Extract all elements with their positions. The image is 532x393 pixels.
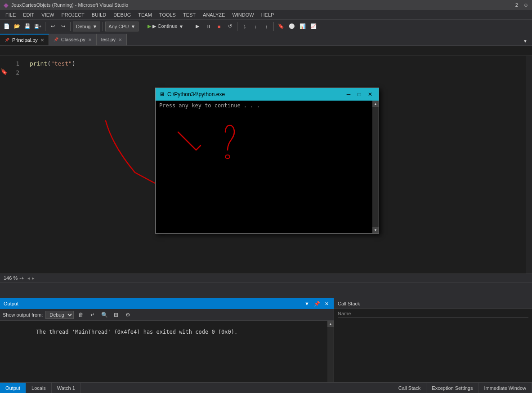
breadcrumb-bar <box>0 46 532 56</box>
tab-classes-py[interactable]: 📌 Classes.py ✕ <box>49 34 97 45</box>
console-scrollbar[interactable]: ▲ ▼ <box>372 101 379 233</box>
stop-btn[interactable]: ■ <box>214 22 224 31</box>
console-maximize-btn[interactable]: □ <box>354 90 364 98</box>
menu-project[interactable]: PROJECT <box>58 11 88 18</box>
console-minimize-btn[interactable]: ─ <box>344 90 353 98</box>
callstack-name-header: Name <box>338 310 528 318</box>
tab-classes-label: Classes.py <box>61 37 85 42</box>
continue-label: ▶ Continue <box>152 23 177 29</box>
bottom-tab-output[interactable]: Output <box>0 383 26 393</box>
toolbar: 📄 📂 💾 💾+ ↩ ↪ Debug ▼ Any CPU ▼ ▶ ▶ Conti… <box>0 20 532 33</box>
menu-team[interactable]: TEAM <box>134 11 156 18</box>
toolbar-open[interactable]: 📂 <box>12 22 22 31</box>
tab-principal-label: Principal.py <box>12 37 38 43</box>
tabs-dropdown-btn[interactable]: ▼ <box>521 36 529 45</box>
tab-test-label: test.py <box>101 37 116 42</box>
menu-tools[interactable]: TOOLS <box>156 11 179 18</box>
debug-dropdown-arrow: ▼ <box>92 24 97 29</box>
toolbar-save[interactable]: 💾 <box>22 22 32 31</box>
editor-scrollbar[interactable] <box>526 56 532 274</box>
output-dropdown-btn[interactable]: ▼ <box>303 300 311 307</box>
callstack-title: Call Stack <box>338 301 360 306</box>
notification-count: 2 <box>515 2 518 8</box>
title-text: JeuxCartesObjets (Running) - Microsoft V… <box>11 2 128 8</box>
breakpoints-btn[interactable]: ⚪ <box>287 22 297 31</box>
continue-play-icon: ▶ <box>148 23 151 29</box>
bookmark-btn[interactable]: 🔖 <box>276 22 286 31</box>
step-over-btn[interactable]: ⤵ <box>240 22 250 31</box>
menu-debug[interactable]: DEBUG <box>110 11 134 18</box>
title-bar: ◆ JeuxCartesObjets (Running) - Microsoft… <box>0 0 532 10</box>
tab-classes-close[interactable]: ✕ <box>88 37 92 42</box>
debug-config-dropdown[interactable]: Debug ▼ <box>73 22 100 31</box>
bottom-tab-exception[interactable]: Exception Settings <box>426 383 478 393</box>
classes-pin-icon: 📌 <box>54 37 58 42</box>
console-titlebar: 🖥 C:\Python34\python.exe ─ □ ✕ <box>156 88 379 101</box>
menu-help[interactable]: HELP <box>258 11 278 18</box>
bottom-tab-immediate[interactable]: Immediate Window <box>478 383 532 393</box>
tab-test-close[interactable]: ✕ <box>118 37 122 42</box>
menu-file[interactable]: FILE <box>2 11 19 18</box>
output-source-select[interactable]: Debug <box>45 311 74 319</box>
tab-principal-close[interactable]: ✕ <box>40 38 44 43</box>
output-filter-btn[interactable]: ⊞ <box>112 310 121 319</box>
bottom-tab-locals[interactable]: Locals <box>26 383 52 393</box>
output-find-btn[interactable]: 🔍 <box>100 310 109 319</box>
console-scroll-down[interactable]: ▼ <box>372 227 379 233</box>
tab-principal-py[interactable]: 📌 Principal.py ✕ <box>0 34 49 45</box>
toolbar-redo[interactable]: ↪ <box>58 22 68 31</box>
toolbar-undo[interactable]: ↩ <box>48 22 58 31</box>
output-panel-controls: ▼ 📌 ✕ <box>303 300 330 307</box>
menu-view[interactable]: VIEW <box>38 11 58 18</box>
toolbar-saveall[interactable]: 💾+ <box>33 22 43 31</box>
console-close-btn[interactable]: ✕ <box>365 90 375 98</box>
output-clear-btn[interactable]: 🗑 <box>76 310 85 319</box>
pause-btn[interactable]: ⏸ <box>203 22 213 31</box>
console-window: 🖥 C:\Python34\python.exe ─ □ ✕ Press any… <box>155 88 379 234</box>
output-settings-btn[interactable]: ⚙ <box>123 310 132 319</box>
bookmark-gutter: 🔖 <box>0 56 6 274</box>
step-out-btn[interactable]: ↑ <box>261 22 271 31</box>
callstack-header: Call Stack <box>334 298 532 309</box>
show-output-label: Show output from: <box>3 312 43 318</box>
continue-arrow-icon: ▼ <box>179 24 184 29</box>
output-panel: Output ▼ 📌 ✕ Show output from: Debug 🗑 ↵… <box>0 298 334 393</box>
console-text[interactable]: Press any key to continue . . . <box>156 101 372 233</box>
zoom-inc-btn[interactable]: + <box>21 275 24 281</box>
menu-analyze[interactable]: ANALYZE <box>199 11 228 18</box>
output-scroll-thumb[interactable] <box>327 327 334 387</box>
tab-test-py[interactable]: test.py ✕ <box>97 34 127 45</box>
output-pin-btn[interactable]: 📌 <box>313 300 322 307</box>
output-close-btn[interactable]: ✕ <box>323 300 330 307</box>
callstack-content: Name <box>334 309 532 393</box>
console-scroll-thumb[interactable] <box>372 107 379 227</box>
output-word-wrap-btn[interactable]: ↵ <box>88 310 97 319</box>
output-header: Output ▼ 📌 ✕ <box>0 298 334 309</box>
bottom-panel: Output ▼ 📌 ✕ Show output from: Debug 🗑 ↵… <box>0 298 532 393</box>
menu-test[interactable]: TEST <box>179 11 199 18</box>
output-scroll-up[interactable]: ▲ <box>327 321 334 327</box>
code-line-1: print("test") <box>30 59 520 68</box>
cpu-dropdown-arrow: ▼ <box>131 24 136 29</box>
perf2-btn[interactable]: 📈 <box>308 22 318 31</box>
console-body: Press any key to continue . . . ▲ ▼ <box>156 101 379 233</box>
zoom-level: 146 % <box>4 275 18 281</box>
tabs-row: 📌 Principal.py ✕ 📌 Classes.py ✕ test.py … <box>0 33 532 46</box>
start-debug-btn[interactable]: ▶ <box>192 22 202 31</box>
toolbar-new[interactable]: 📄 <box>2 22 12 31</box>
menu-edit[interactable]: EDIT <box>19 11 38 18</box>
bottom-tab-callstack[interactable]: Call Stack <box>393 383 427 393</box>
menu-bar: FILE EDIT VIEW PROJECT BUILD DEBUG TEAM … <box>0 10 532 20</box>
vs-logo-icon: ◆ <box>4 1 9 9</box>
bottom-tab-watch1[interactable]: Watch 1 <box>52 383 81 393</box>
performance-btn[interactable]: 📊 <box>298 22 308 31</box>
zoom-bar: 146 % - + ◂ ▸ <box>0 274 532 283</box>
console-scroll-up[interactable]: ▲ <box>372 101 379 107</box>
menu-build[interactable]: BUILD <box>88 11 110 18</box>
cpu-dropdown[interactable]: Any CPU ▼ <box>105 22 139 31</box>
menu-window[interactable]: WINDOW <box>228 11 257 18</box>
step-into-btn[interactable]: ↓ <box>250 22 260 31</box>
continue-button[interactable]: ▶ ▶ Continue ▼ <box>143 22 188 31</box>
bottom-tabs: Output Locals Watch 1 Call Stack Excepti… <box>0 382 532 393</box>
restart-btn[interactable]: ↺ <box>225 22 235 31</box>
